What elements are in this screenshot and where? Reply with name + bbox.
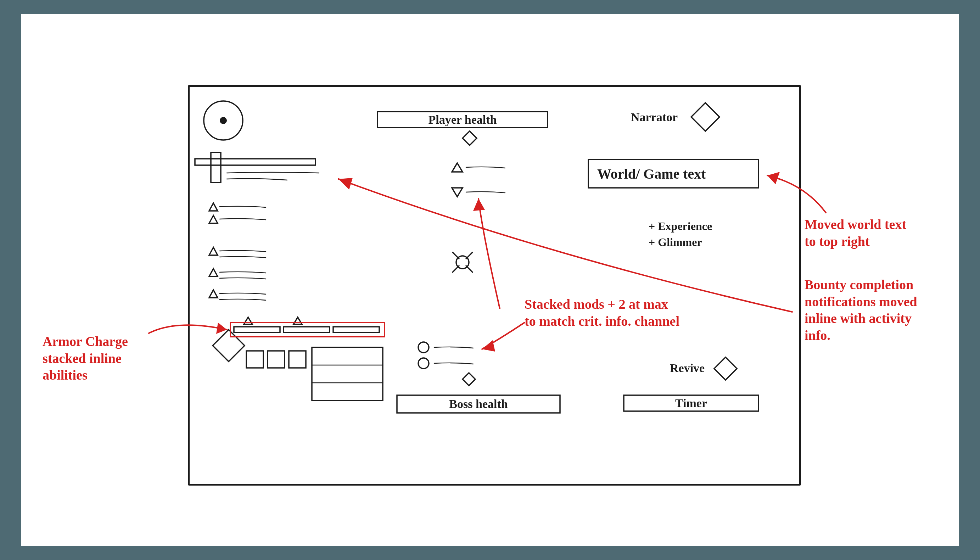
annotation-armor-charge: Armor Charge stacked inline abilities: [43, 333, 128, 384]
mod-stack: [418, 342, 475, 386]
super-icon: [463, 131, 477, 145]
center-buffs: [452, 163, 505, 197]
svg-rect-5: [283, 327, 330, 332]
narrator-label: Narrator: [631, 111, 678, 124]
canvas: Player health Narrator World/ Game text …: [21, 14, 959, 546]
svg-line-16: [453, 266, 459, 272]
experience-label: + Experience: [648, 220, 712, 233]
arrow-stacked-mods: [473, 198, 500, 308]
ability-bar: [213, 317, 383, 400]
svg-rect-2: [195, 159, 315, 165]
boss-health-label: Boss health: [397, 395, 560, 413]
annotation-moved-world: Moved world text to top right: [805, 216, 906, 250]
timer-label: Timer: [624, 395, 758, 411]
narrator-icon: [691, 103, 720, 131]
arrow-bounty: [338, 178, 792, 312]
revive-label: Revive: [670, 362, 705, 375]
glimmer-label: + Glimmer: [648, 236, 702, 249]
arrow-mods-to-circles: [482, 323, 525, 352]
annotation-stacked-mods: Stacked mods + 2 at max to match crit. i…: [525, 296, 680, 330]
svg-marker-21: [473, 198, 485, 211]
revive-icon: [714, 357, 737, 380]
svg-point-18: [418, 342, 429, 353]
svg-point-1: [220, 117, 227, 124]
svg-rect-3: [211, 152, 221, 183]
svg-marker-22: [338, 178, 353, 190]
svg-rect-9: [289, 351, 306, 368]
world-text-label: World/ Game text: [597, 165, 706, 182]
crosshair-icon: [453, 252, 472, 272]
player-health-label: Player health: [377, 112, 548, 128]
svg-rect-6: [333, 327, 379, 332]
svg-line-14: [453, 252, 459, 259]
armor-charge-highlight: [230, 323, 385, 337]
svg-line-15: [466, 252, 472, 259]
svg-rect-8: [268, 351, 285, 368]
svg-rect-7: [246, 351, 263, 368]
arrow-world-text: [767, 172, 826, 213]
svg-rect-10: [312, 347, 383, 400]
radar-icon: [204, 101, 243, 140]
svg-line-17: [466, 266, 472, 272]
quest-tracker: [195, 152, 319, 183]
svg-rect-4: [234, 327, 280, 332]
svg-point-19: [418, 358, 429, 368]
annotation-bounty: Bounty completion notifications moved in…: [805, 277, 917, 344]
arrow-armor-charge: [149, 323, 227, 334]
activity-feed: [209, 203, 266, 300]
